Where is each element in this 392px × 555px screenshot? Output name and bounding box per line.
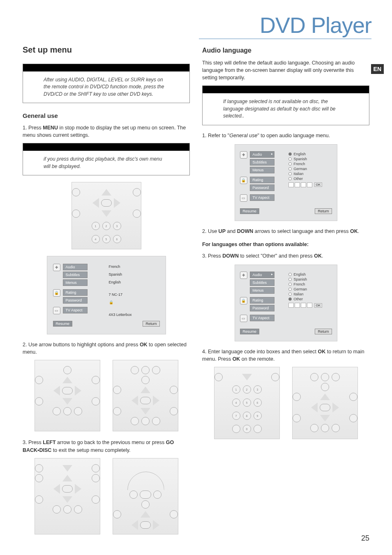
note-body: If language selected is not available on… <box>203 93 369 124</box>
lock-group-icon: 🔒 <box>53 289 60 297</box>
key-3: 3 <box>74 407 82 415</box>
opt-french: French <box>294 282 305 286</box>
down-icon <box>62 465 72 472</box>
page-title: DVD Player <box>199 12 371 38</box>
audio-intro: This step will define the default audio … <box>202 59 369 81</box>
remote-button <box>332 373 340 381</box>
remote-illustration-ok: 123 <box>113 360 178 431</box>
text: 1. Press <box>23 125 43 131</box>
key-6: 6 <box>254 398 262 407</box>
menu-item-tvaspect: TV Aspect <box>63 307 88 313</box>
value-subtitles: Spanish <box>109 272 160 277</box>
key-1: 1 <box>131 417 139 425</box>
remote-button <box>321 383 329 391</box>
text: 3. Press <box>202 253 222 259</box>
remote-button <box>35 495 43 504</box>
menu-item-password: Password <box>250 305 274 311</box>
audio-language-heading: Audio language <box>202 47 369 54</box>
general-use-ref: General use <box>229 133 257 138</box>
left-icon <box>53 484 60 494</box>
text: on the remote. <box>240 356 274 362</box>
language-group-icon: ✚ <box>240 272 247 279</box>
text: 3. Press <box>23 440 43 445</box>
left-icon <box>131 520 138 530</box>
remote-control-illustration-1: 123 456 <box>71 182 141 249</box>
remote-button <box>133 210 141 218</box>
right-icon <box>75 484 81 494</box>
key-5: 5 <box>102 235 111 243</box>
remote-button <box>141 500 150 509</box>
code-box <box>307 303 312 308</box>
audio-menu-screenshot-other: ✚ Audio Subtitles Menus 🔒 Rating Passwor… <box>235 265 337 341</box>
up-label: UP <box>219 228 226 234</box>
remote-button <box>35 464 43 472</box>
remote-button <box>72 210 80 218</box>
menu-item-password: Password <box>250 184 274 191</box>
key-8: 8 <box>243 412 251 420</box>
remote-button <box>349 393 357 401</box>
right-column: Audio language This step will define the… <box>202 45 369 542</box>
text: and <box>226 228 237 234</box>
menu-item-menus: Menus <box>63 279 88 286</box>
remote-button <box>131 366 139 374</box>
audio-step3: 3. Press DOWN to select "Other" and then… <box>202 252 369 260</box>
menu-item-subtitles: Subtitles <box>250 279 274 286</box>
key-0: 0 <box>243 425 251 433</box>
ok-label: OK <box>318 349 325 355</box>
left-icon <box>53 386 60 396</box>
lock-group-icon: 🔒 <box>240 297 247 304</box>
remote-button <box>153 491 161 499</box>
remote-button <box>140 491 151 499</box>
remote-button <box>321 373 329 381</box>
code-box <box>301 303 306 308</box>
down-icon <box>242 374 252 380</box>
opt-spanish: Spanish <box>294 277 307 281</box>
remote-button <box>170 386 178 394</box>
remote-button <box>152 366 160 374</box>
remote-button <box>92 495 100 504</box>
menu-left: ✚ Audio Subtitles Menus 🔒 Rating Passwor… <box>53 264 104 318</box>
code-box <box>307 182 312 187</box>
remote-button <box>72 188 80 196</box>
key-2: 2 <box>141 417 150 425</box>
menu-right: French Spanish English 7 NC-17 🔒 4X3 Let… <box>109 264 160 318</box>
menu-item-rating: Rating <box>250 297 274 304</box>
menu-resume-button: Resume <box>240 208 260 214</box>
code-ok-button: OK <box>314 182 323 187</box>
key-3: 3 <box>254 385 262 394</box>
ok-button-icon <box>62 485 73 493</box>
menu-item-password: Password <box>63 297 88 304</box>
menu-item-subtitles: Subtitles <box>250 159 274 166</box>
key-1: 1 <box>92 222 100 230</box>
opt-italian: Italian <box>294 172 304 176</box>
menu-grid: ✚ Audio Subtitles Menus 🔒 Rating Passwor… <box>53 264 160 318</box>
note-box-audio-default: If language selected is not available on… <box>202 85 369 125</box>
ok-label: OK <box>350 228 358 234</box>
setup-menu-heading: Set up menu <box>23 45 190 55</box>
radio-icon <box>288 152 292 156</box>
remote-button <box>113 407 121 415</box>
left-icon <box>311 403 318 412</box>
ok-button-icon <box>140 521 151 529</box>
note-bar <box>23 64 189 71</box>
code-ok-button: OK <box>314 303 323 308</box>
remote-button <box>293 414 301 422</box>
remote-button <box>141 376 150 384</box>
remote-illustration-goback <box>113 458 178 534</box>
keypad: 123 456 <box>72 220 141 245</box>
content-columns: Set up menu After using AUDIO, DIGITAL, … <box>23 45 369 542</box>
ok-button-icon <box>140 397 151 404</box>
audio-step2: 2. Use UP and DOWN arrows to select lang… <box>202 228 369 235</box>
key-2: 2 <box>63 505 71 514</box>
code-entry: OK <box>288 182 332 187</box>
menu-item-audio: Audio <box>250 272 274 278</box>
opt-other: Other <box>294 297 303 301</box>
menu-key-label: MENU <box>43 125 58 131</box>
menu-item-menus: Menus <box>250 287 274 294</box>
menu-item-tvaspect: TV Aspect <box>250 315 274 321</box>
menu-return-button: Return <box>315 329 332 334</box>
note-bar <box>23 143 189 151</box>
remote-arc-icon <box>121 465 170 490</box>
radio-icon <box>288 273 292 276</box>
radio-icon <box>288 288 292 291</box>
